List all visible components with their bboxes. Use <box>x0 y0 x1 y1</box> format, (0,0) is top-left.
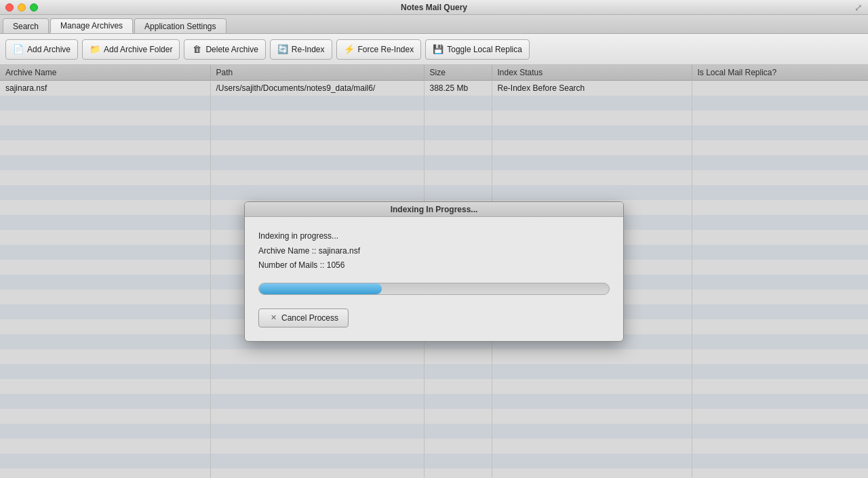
archive-name-value: sajinara.nsf <box>319 246 360 256</box>
status-line3: Number of Mails :: 1056 <box>258 258 610 273</box>
tabbar: Search Manage Archives Application Setti… <box>0 15 868 34</box>
cancel-process-button[interactable]: ✕ Cancel Process <box>258 308 349 327</box>
num-mails-value: 1056 <box>327 260 345 270</box>
re-index-icon: 🔄 <box>277 44 288 55</box>
modal-overlay: Indexing In Progress... Indexing in prog… <box>0 65 868 478</box>
tab-search[interactable]: Search <box>3 18 49 33</box>
toggle-local-replica-icon: 💾 <box>433 44 443 55</box>
tab-application-settings[interactable]: Application Settings <box>134 18 226 33</box>
add-archive-icon: 📄 <box>13 44 24 55</box>
toolbar: 📄 Add Archive 📁 Add Archive Folder 🗑 Del… <box>0 34 868 65</box>
re-index-button[interactable]: 🔄 Re-Index <box>270 39 332 60</box>
tab-manage-archives[interactable]: Manage Archives <box>50 18 133 33</box>
num-mails-label: Number of Mails :: <box>258 260 327 270</box>
cancel-process-label: Cancel Process <box>281 313 338 323</box>
add-archive-folder-button[interactable]: 📁 Add Archive Folder <box>82 39 180 60</box>
titlebar: Notes Mail Query ⤢ <box>0 0 868 15</box>
window-controls[interactable] <box>5 3 38 12</box>
main-content: Archive Name Path Size Index Status Is L… <box>0 65 868 478</box>
modal-title: Indexing In Progress... <box>391 205 478 214</box>
status-line1: Indexing in progress... <box>258 229 610 244</box>
indexing-progress-dialog: Indexing In Progress... Indexing in prog… <box>244 201 624 342</box>
progress-bar-fill <box>259 283 382 294</box>
modal-body: Indexing in progress... Archive Name :: … <box>245 217 623 341</box>
delete-archive-icon: 🗑 <box>191 44 202 55</box>
maximize-button[interactable] <box>30 3 38 12</box>
modal-titlebar: Indexing In Progress... <box>245 202 623 217</box>
add-archive-button[interactable]: 📄 Add Archive <box>5 39 78 60</box>
modal-status-text: Indexing in progress... Archive Name :: … <box>258 229 610 273</box>
progress-bar-container <box>258 283 610 295</box>
add-archive-folder-icon: 📁 <box>90 44 100 55</box>
toggle-local-replica-button[interactable]: 💾 Toggle Local Replica <box>425 39 530 60</box>
resize-icon: ⤢ <box>854 2 863 13</box>
delete-archive-button[interactable]: 🗑 Delete Archive <box>184 39 265 60</box>
cancel-icon: ✕ <box>269 313 278 323</box>
archive-name-label: Archive Name :: <box>258 246 319 256</box>
force-re-index-icon: ⚡ <box>344 44 355 55</box>
minimize-button[interactable] <box>18 3 26 12</box>
close-button[interactable] <box>5 3 14 12</box>
window-title: Notes Mail Query <box>401 3 467 12</box>
modal-footer: ✕ Cancel Process <box>258 308 610 327</box>
force-re-index-button[interactable]: ⚡ Force Re-Index <box>336 39 422 60</box>
status-line2: Archive Name :: sajinara.nsf <box>258 244 610 259</box>
